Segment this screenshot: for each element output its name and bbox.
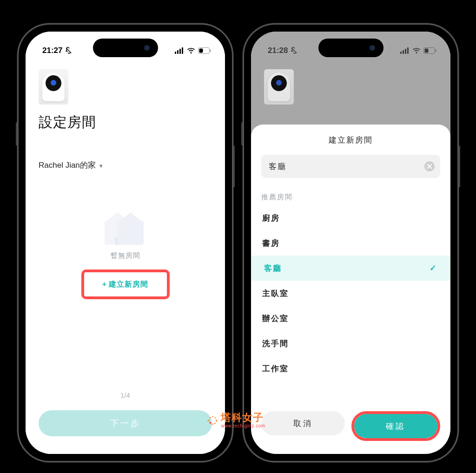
home-selector[interactable]: Rachel Jian的家 ▼ — [39, 160, 212, 171]
check-icon: ✓ — [430, 263, 437, 273]
create-room-sheet: 建立新房間 推薦房間 廚房✓書房✓客廳✓主臥室✓辦公室✓洗手間✓工作室✓ 取消 … — [251, 125, 450, 454]
wifi-icon — [412, 47, 421, 54]
cellular-icon — [400, 47, 410, 54]
mute-icon — [291, 47, 298, 54]
device-thumbnail — [264, 69, 294, 105]
svg-rect-11 — [403, 50, 404, 54]
room-name-input[interactable] — [269, 162, 424, 171]
mute-icon — [65, 47, 73, 54]
svg-rect-17 — [436, 50, 436, 52]
room-options-list: 廚房✓書房✓客廳✓主臥室✓辦公室✓洗手間✓工作室✓ — [261, 205, 440, 381]
svg-rect-7 — [199, 49, 203, 53]
room-name-input-wrap[interactable] — [261, 155, 440, 178]
status-time: 21:28 — [268, 46, 288, 55]
room-option-label: 工作室 — [262, 363, 289, 374]
cellular-icon — [175, 47, 184, 54]
phone-left: 21:27 — [17, 23, 233, 462]
recommended-section-label: 推薦房間 — [261, 193, 440, 202]
highlight-annotation: + 建立新房間 — [81, 269, 170, 299]
room-option[interactable]: 客廳✓ — [251, 256, 450, 281]
empty-label: 暫無房間 — [39, 251, 212, 260]
pager-indicator: 1/4 — [26, 391, 225, 399]
highlight-annotation: 確認 — [351, 411, 441, 441]
status-time: 21:27 — [42, 46, 62, 55]
svg-rect-16 — [425, 49, 429, 53]
svg-rect-4 — [182, 47, 183, 54]
plus-icon: + — [102, 280, 107, 289]
device-thumbnail — [39, 69, 68, 105]
svg-rect-10 — [400, 52, 402, 54]
house-icon — [105, 212, 146, 245]
add-room-button[interactable]: + 建立新房間 — [86, 277, 165, 292]
page-title: 設定房間 — [39, 113, 212, 132]
room-option[interactable]: 書房✓ — [261, 230, 440, 256]
svg-rect-8 — [210, 50, 211, 52]
empty-state: 暫無房間 + 建立新房間 — [39, 212, 212, 299]
cancel-button[interactable]: 取消 — [261, 411, 345, 435]
room-option[interactable]: 洗手間✓ — [261, 331, 440, 356]
svg-rect-1 — [175, 52, 176, 54]
dynamic-island — [93, 39, 158, 57]
room-option[interactable]: 主臥室✓ — [261, 281, 440, 306]
room-option-label: 書房 — [262, 238, 280, 249]
chevron-down-icon: ▼ — [99, 163, 104, 169]
next-button[interactable]: 下一步 — [39, 410, 212, 436]
room-option-label: 客廳 — [264, 263, 282, 274]
confirm-button[interactable]: 確認 — [354, 414, 438, 438]
room-option-label: 洗手間 — [262, 338, 289, 349]
dynamic-island — [318, 39, 383, 57]
room-option[interactable]: 工作室✓ — [261, 356, 440, 381]
room-option-label: 廚房 — [262, 213, 280, 223]
room-option[interactable]: 辦公室✓ — [261, 306, 440, 331]
battery-icon — [198, 47, 211, 54]
sheet-title: 建立新房間 — [261, 135, 440, 145]
room-option-label: 主臥室 — [262, 288, 289, 299]
svg-point-14 — [416, 53, 417, 54]
svg-rect-12 — [405, 49, 406, 54]
phone-right: 21:28 — [243, 23, 459, 462]
svg-rect-13 — [407, 47, 409, 54]
home-name: Rachel Jian的家 — [39, 160, 96, 171]
room-option-label: 辦公室 — [262, 313, 289, 324]
battery-icon — [423, 47, 436, 54]
svg-rect-2 — [177, 50, 178, 54]
svg-rect-3 — [179, 49, 181, 54]
add-room-label: 建立新房間 — [109, 280, 148, 289]
clear-input-button[interactable] — [424, 161, 435, 171]
room-option[interactable]: 廚房✓ — [261, 205, 440, 230]
wifi-icon — [187, 47, 195, 54]
svg-point-5 — [191, 53, 192, 54]
